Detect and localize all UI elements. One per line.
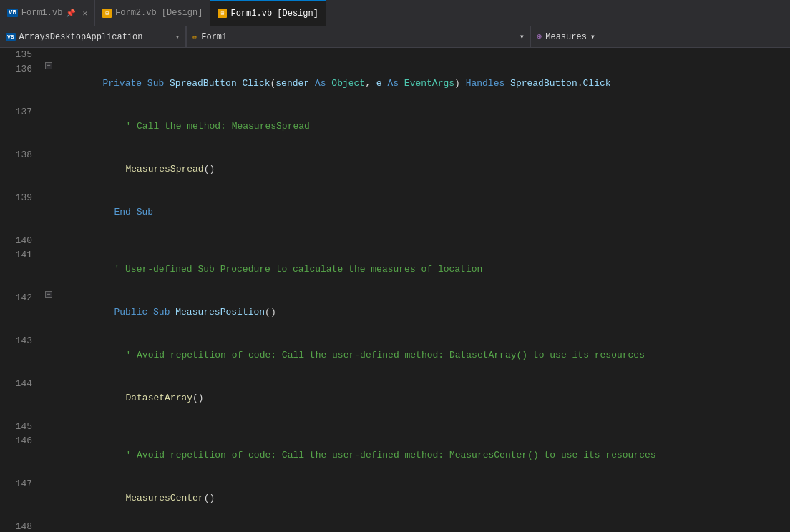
keyword-end: End Sub [114,207,153,217]
method-datasetarray: DatasetArray [125,393,192,403]
fold-button[interactable]: − [45,62,52,69]
keyword-public: Public [114,307,147,317]
member-dropdown-label: Measures [545,32,587,42]
tab-form1-vb-close[interactable]: ✕ [82,9,87,18]
line-number: 148 [3,520,42,532]
table-row: 142 − Public Sub MeasuresPosition() [3,291,790,334]
table-row: 138 MeasuresSpread() [3,148,790,191]
code-content: ' Call the method: MeasuresSpread [55,105,790,148]
comment: ' Avoid repetition of code: Call the use… [125,350,645,360]
table-row: 136 − Private Sub SpreadButton_Click(sen… [3,62,790,105]
fold-button[interactable]: − [45,291,52,298]
line-number: 141 [3,248,42,262]
line-number: 136 [3,62,42,77]
code-content: MeasuresSpread() [55,148,790,191]
tab-form2-design-label: Form2.vb [Design] [115,8,203,18]
code-content: ' Avoid repetition of code: Call the use… [55,434,790,477]
table-row: 145 [3,420,790,434]
line-number: 138 [3,148,42,162]
form-dropdown[interactable]: ✏ Form1 ▾ [187,26,530,47]
member-dropdown-arrow: ▾ [590,31,595,42]
line-number: 137 [3,105,42,119]
line-number: 135 [3,48,42,62]
code-content: ' User-defined Sub Procedure to calculat… [55,248,790,291]
comment: ' Call the method: MeasuresSpread [125,121,309,132]
table-row: 141 ' User-defined Sub Procedure to calc… [3,248,790,291]
method-call: MeasuresSpread [125,164,203,174]
table-row: 143 ' Avoid repetition of code: Call the… [3,334,790,377]
code-content: End Sub [55,191,790,234]
code-editor: 135 136 − Private Sub SpreadButton_Click… [0,48,790,532]
comment: ' Avoid repetition of code: Call the use… [125,450,655,460]
tab-pin-icon: 📌 [66,9,76,18]
form-dropdown-icon: ✏ [192,31,198,42]
code-content: MeasuresCenter() [55,477,790,520]
vb-small-icon: VB [6,33,16,41]
tab-bar: VB Form1.vb 📌 ✕ ⊞ Form2.vb [Design] ⊞ Fo… [0,0,790,26]
line-number: 144 [3,377,42,391]
form2-icon: ⊞ [102,9,112,18]
form1-design-icon: ⊞ [218,9,227,18]
code-content: Public Sub MeasuresPosition() [55,291,790,334]
tab-form1-design[interactable]: ⊞ Form1.vb [Design] [210,0,326,26]
member-dropdown[interactable]: ⊕ Measures ▾ [531,26,617,47]
method-name: SpreadButton_Click [170,78,270,89]
table-row: 135 [3,48,790,62]
keyword-sub2: Sub [153,307,170,317]
table-row: 147 MeasuresCenter() [3,477,790,520]
table-row: 144 DatasetArray() [3,377,790,420]
keyword-sub: Sub [147,78,164,89]
code-lines[interactable]: 135 136 − Private Sub SpreadButton_Click… [0,48,790,532]
line-number: 139 [3,191,42,205]
vb-icon: VB [7,9,18,17]
project-dropdown-arrow: ▾ [175,33,180,41]
method-measurescenter: MeasuresCenter [125,493,203,503]
member-dropdown-icon: ⊕ [537,31,542,42]
comment: ' User-defined Sub Procedure to calculat… [114,264,482,275]
tab-form2-design[interactable]: ⊞ Form2.vb [Design] [95,0,210,26]
line-number: 142 [3,291,42,305]
form-dropdown-arrow: ▾ [520,31,525,42]
form-dropdown-label: Form1 [201,32,227,42]
code-content: ' Avoid repetition of code: Call the use… [55,334,790,377]
project-dropdown[interactable]: VB ArraysDesktopApplication ▾ [0,26,186,47]
table-row: 148 [3,520,790,532]
code-content: Private Sub SpreadButton_Click(sender As… [55,62,790,105]
table-row: 140 [3,234,790,248]
tab-form1-vb-label: Form1.vb [21,8,63,18]
tab-form1-design-label: Form1.vb [Design] [230,9,318,19]
fold-col[interactable]: − [42,291,55,298]
navigation-bar: VB ArraysDesktopApplication ▾ ✏ Form1 ▾ … [0,26,790,48]
code-content: DatasetArray() [55,377,790,420]
project-dropdown-label: ArraysDesktopApplication [19,32,143,42]
line-number: 143 [3,334,42,348]
fold-col[interactable]: − [42,62,55,69]
method-measuresposition: MeasuresPosition [175,307,265,317]
tab-form1-vb[interactable]: VB Form1.vb 📌 ✕ [0,0,95,26]
keyword-private: Private [102,78,142,89]
line-number: 146 [3,434,42,448]
table-row: 146 ' Avoid repetition of code: Call the… [3,434,790,477]
line-number: 145 [3,420,42,434]
line-number: 147 [3,477,42,491]
line-number: 140 [3,234,42,248]
table-row: 139 End Sub [3,191,790,234]
table-row: 137 ' Call the method: MeasuresSpread [3,105,790,148]
